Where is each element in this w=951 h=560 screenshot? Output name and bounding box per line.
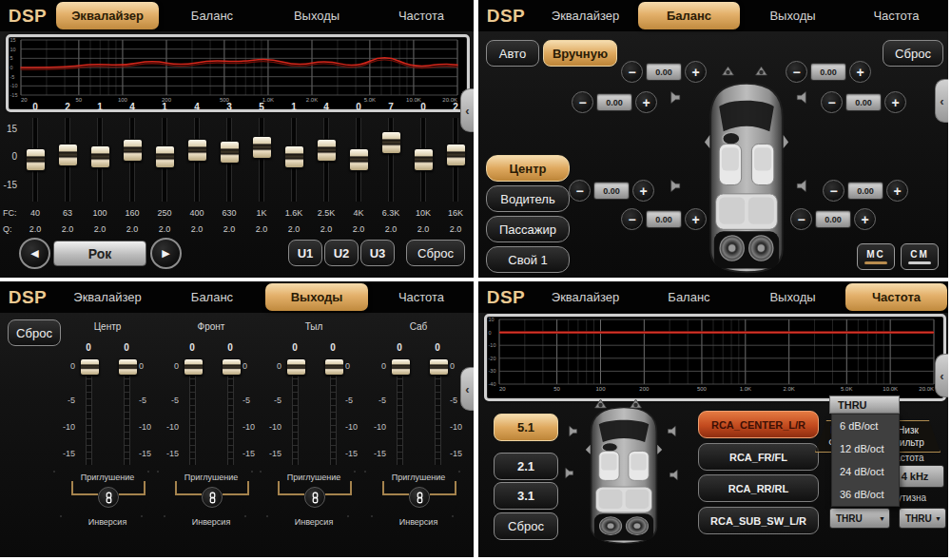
position-button-1[interactable]: Водитель: [486, 185, 570, 212]
eq-band-slider-knob[interactable]: [155, 145, 175, 168]
sub-right-minus-button[interactable]: −: [790, 208, 812, 230]
tab-outputs[interactable]: Выходы: [265, 283, 368, 311]
tab-equalizer[interactable]: Эквалайзер: [534, 283, 636, 311]
front-door-right-plus-button[interactable]: +: [884, 91, 906, 113]
eq-band-slider-knob[interactable]: [187, 139, 207, 162]
eq-band-slider-knob[interactable]: [349, 148, 369, 171]
tab-equalizer[interactable]: Эквалайзер: [56, 283, 159, 311]
mute-right-button[interactable]: [147, 471, 149, 473]
outputs-reset-button[interactable]: Сброс: [8, 319, 61, 346]
channel-link-button[interactable]: [202, 487, 223, 508]
tab-balance[interactable]: Баланс: [161, 2, 263, 29]
front-door-right-minus-button[interactable]: −: [821, 91, 843, 113]
memory-button-u2[interactable]: U2: [324, 240, 359, 266]
tab-outputs[interactable]: Выходы: [265, 2, 368, 29]
front-tweeter-left-plus-button[interactable]: +: [685, 61, 707, 83]
tab-frequency[interactable]: Частота: [845, 283, 947, 311]
output-slider-knob[interactable]: [324, 358, 344, 376]
rca-rear-button[interactable]: RCA_RR/RL: [698, 474, 819, 502]
eq-reset-button[interactable]: Сброс: [406, 240, 465, 266]
hpf-slope-select[interactable]: THRU▼: [829, 508, 890, 529]
eq-band-slider-knob[interactable]: [381, 131, 401, 154]
slope-dropdown-selected[interactable]: THRU: [829, 396, 900, 414]
balance-reset-button[interactable]: Сброс: [883, 40, 943, 67]
side-drawer-handle[interactable]: ‹: [460, 367, 474, 411]
front-door-left-minus-button[interactable]: −: [572, 91, 593, 113]
tab-balance[interactable]: Баланс: [161, 283, 263, 311]
eq-band-slider-knob[interactable]: [284, 145, 304, 168]
invert-left-button[interactable]: [371, 515, 373, 517]
channel-link-button[interactable]: [304, 487, 325, 508]
mute-left-button[interactable]: [364, 471, 366, 473]
output-slider-knob[interactable]: [80, 358, 100, 376]
lpf-slope-select[interactable]: THRU▼: [899, 508, 946, 529]
preset-prev-button[interactable]: ◀: [19, 238, 50, 269]
front-tweeter-right-plus-button[interactable]: +: [849, 61, 871, 83]
front-door-left-plus-button[interactable]: +: [635, 91, 657, 113]
eq-band-slider-knob[interactable]: [123, 139, 143, 162]
tab-balance[interactable]: Баланс: [638, 2, 740, 29]
rca-sub-button[interactable]: RCA_SUB_SW_L/R: [698, 507, 819, 534]
memory-button-u1[interactable]: U1: [288, 240, 322, 266]
config-button-3-1[interactable]: 3.1: [494, 482, 558, 510]
channel-link-button[interactable]: [98, 487, 119, 508]
tab-outputs[interactable]: Выходы: [742, 283, 844, 311]
front-tweeter-right-minus-button[interactable]: −: [786, 61, 807, 83]
crossover-reset-button[interactable]: Сброс: [494, 512, 558, 540]
balance-auto-button[interactable]: Авто: [486, 40, 539, 67]
eq-band-slider-knob[interactable]: [252, 136, 272, 159]
position-button-0[interactable]: Центр: [486, 155, 570, 182]
position-button-3[interactable]: Свой 1: [486, 246, 570, 273]
rca-front-button[interactable]: RCA_FR/FL: [698, 443, 819, 471]
channel-link-button[interactable]: [409, 487, 430, 508]
sub-left-plus-button[interactable]: +: [685, 208, 707, 230]
tab-outputs[interactable]: Выходы: [742, 2, 844, 29]
tab-equalizer[interactable]: Эквалайзер: [56, 2, 159, 29]
eq-band-slider-knob[interactable]: [90, 145, 110, 168]
tab-balance[interactable]: Баланс: [638, 283, 740, 311]
config-button-5-1[interactable]: 5.1: [494, 414, 558, 441]
invert-left-button[interactable]: [60, 515, 62, 517]
config-button-2-1[interactable]: 2.1: [494, 453, 558, 480]
eq-band-slider-knob[interactable]: [317, 139, 337, 162]
sub-left-minus-button[interactable]: −: [621, 208, 643, 230]
invert-left-button[interactable]: [266, 515, 268, 517]
tab-frequency[interactable]: Частота: [845, 2, 947, 29]
output-slider-knob[interactable]: [429, 358, 449, 376]
eq-band-slider-knob[interactable]: [446, 144, 466, 166]
preset-next-button[interactable]: ▶: [150, 238, 182, 269]
front-tweeter-left-minus-button[interactable]: −: [621, 61, 643, 83]
side-drawer-handle[interactable]: ‹: [460, 88, 474, 132]
mute-right-button[interactable]: [458, 471, 460, 473]
eq-band-slider-track[interactable]: [260, 118, 263, 202]
tab-frequency[interactable]: Частота: [370, 2, 473, 29]
cm-mode-button[interactable]: CM: [901, 243, 939, 270]
mute-right-button[interactable]: [354, 471, 356, 473]
memory-button-u3[interactable]: U3: [360, 240, 395, 266]
slope-option-6[interactable]: 6 dB/oct: [832, 415, 899, 437]
rear-right-plus-button[interactable]: +: [886, 180, 908, 202]
rca-center-button[interactable]: RCA_CENTER_L/R: [698, 411, 819, 438]
eq-band-slider-knob[interactable]: [58, 144, 78, 166]
side-drawer-handle[interactable]: ‹: [935, 354, 948, 397]
slope-option-24[interactable]: 24 dB/oct: [832, 460, 899, 483]
output-slider-knob[interactable]: [286, 358, 306, 376]
rear-left-minus-button[interactable]: −: [569, 180, 591, 202]
slope-option-12[interactable]: 12 dB/oct: [832, 437, 899, 460]
sub-right-plus-button[interactable]: +: [854, 208, 876, 230]
mute-right-button[interactable]: [251, 471, 253, 473]
rear-left-plus-button[interactable]: +: [632, 180, 654, 202]
output-slider-knob[interactable]: [184, 358, 204, 376]
mute-left-button[interactable]: [260, 471, 262, 473]
mc-mode-button[interactable]: MC: [857, 243, 895, 270]
eq-band-slider-knob[interactable]: [26, 148, 46, 171]
output-slider-knob[interactable]: [118, 358, 138, 376]
tab-frequency[interactable]: Частота: [370, 283, 473, 311]
invert-left-button[interactable]: [164, 515, 165, 517]
balance-manual-button[interactable]: Вручную: [543, 40, 617, 67]
mute-left-button[interactable]: [157, 471, 159, 473]
mute-left-button[interactable]: [53, 471, 55, 473]
rear-right-minus-button[interactable]: −: [823, 180, 844, 202]
slope-option-36[interactable]: 36 dB/oct: [832, 483, 899, 506]
eq-band-slider-knob[interactable]: [414, 148, 434, 171]
